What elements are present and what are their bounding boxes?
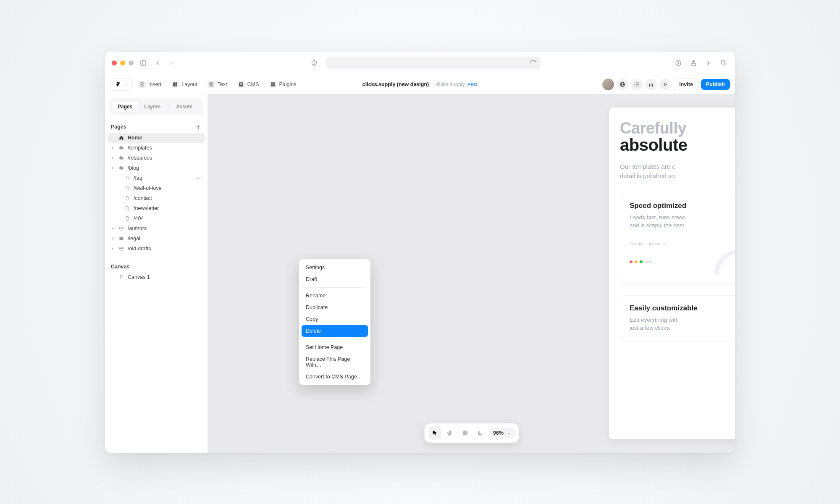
menu-item[interactable]: Duplicate — [302, 302, 368, 313]
browser-titlebar — [105, 52, 735, 75]
dark-mode-toggle-icon[interactable] — [474, 427, 486, 439]
layout-tool[interactable]: Layout — [168, 79, 201, 90]
cms-tool[interactable]: CMS — [234, 79, 263, 90]
page-row[interactable]: ▸/authors — [108, 223, 205, 234]
page-label: Home — [128, 135, 142, 141]
page-icon — [124, 175, 130, 181]
text-label: Text — [218, 81, 227, 87]
menu-item[interactable]: Replace This Page With… — [302, 353, 368, 371]
invite-button[interactable]: Invite — [674, 79, 698, 90]
page-label: /legal — [128, 236, 140, 242]
svg-rect-10 — [176, 82, 177, 84]
new-tab-icon[interactable] — [704, 58, 713, 68]
menu-item[interactable]: Convert to CMS Page… — [302, 371, 368, 383]
framer-logo-icon — [114, 81, 122, 88]
tab-pages[interactable]: Pages — [113, 102, 137, 112]
zoom-control[interactable]: 96% ⌄ — [489, 428, 514, 438]
tab-layers[interactable]: Layers — [139, 102, 165, 112]
app-menu[interactable]: ⌄ — [110, 78, 132, 91]
menu-item[interactable]: Draft — [302, 273, 368, 285]
open-folder-icon — [118, 226, 124, 231]
insert-label: Insert — [148, 81, 161, 87]
nav-back-icon[interactable] — [153, 58, 162, 68]
page-label: /resources — [128, 155, 152, 161]
canvas-row[interactable]: Canvas 1 — [108, 272, 205, 282]
svg-rect-20 — [273, 84, 275, 86]
publish-button[interactable]: Publish — [701, 79, 730, 90]
chevron-right-icon: ▸ — [111, 246, 115, 251]
open-folder-icon — [118, 246, 124, 252]
menu-item[interactable]: Settings — [302, 262, 368, 273]
chevron-right-icon: ▸ — [111, 236, 115, 241]
page-label: /authors — [128, 226, 147, 231]
comment-tool-icon[interactable] — [459, 427, 471, 439]
play-preview-icon[interactable] — [659, 79, 671, 90]
sidebar-toggle-icon[interactable] — [139, 58, 148, 68]
page-icon — [124, 215, 130, 221]
page-row[interactable]: /404 — [108, 213, 205, 223]
globe-icon[interactable] — [617, 79, 628, 90]
feature-card-customizable: Easily customizable Edit everything with… — [620, 295, 735, 341]
svg-rect-15 — [240, 83, 242, 84]
chevron-right-icon: ▸ — [111, 145, 115, 150]
page-label: /templates — [128, 145, 152, 151]
menu-item[interactable]: Set Home Page — [302, 341, 368, 353]
downloads-icon[interactable] — [674, 58, 683, 68]
chevron-down-icon: ⌄ — [124, 82, 128, 87]
canvas-tree: Canvas 1 — [105, 272, 207, 286]
close-window-icon[interactable] — [112, 60, 117, 66]
maximize-window-icon[interactable] — [129, 60, 134, 66]
page-row[interactable]: /faq⋯ — [108, 173, 205, 183]
nav-forward-icon[interactable] — [167, 58, 176, 68]
text-tool[interactable]: T Text — [204, 79, 231, 90]
folder-icon — [118, 236, 124, 242]
settings-gear-icon[interactable] — [631, 79, 643, 90]
add-page-icon[interactable] — [195, 123, 202, 130]
reload-icon[interactable] — [530, 60, 536, 66]
page-icon — [118, 274, 124, 280]
sidebar-tabs: Pages Layers Assets — [109, 98, 203, 115]
page-row[interactable]: ▸/templates — [108, 143, 205, 153]
cursor-tool-icon[interactable] — [428, 427, 441, 439]
analytics-icon[interactable] — [645, 79, 657, 90]
plugins-label: Plugins — [279, 81, 297, 87]
menu-item[interactable]: Delete — [302, 325, 368, 337]
tab-assets[interactable]: Assets — [171, 102, 197, 112]
page-row[interactable]: Home — [108, 133, 205, 143]
page-row[interactable]: ▸/blog — [108, 163, 205, 173]
pages-section-header: Pages — [105, 119, 207, 133]
privacy-shield-icon[interactable] — [310, 58, 319, 68]
text-icon: T — [207, 81, 215, 88]
share-icon[interactable] — [689, 58, 698, 68]
page-row[interactable]: ▸/resources — [108, 153, 205, 163]
menu-item[interactable]: Rename — [302, 290, 368, 302]
page-row[interactable]: /wall-of-love — [108, 183, 205, 193]
sidebar: Pages Layers Assets Pages Home▸/template… — [105, 94, 208, 453]
folder-icon — [118, 145, 124, 151]
canvas-area[interactable]: Carefully absolute Our templates are c d… — [208, 94, 735, 453]
plugins-tool[interactable]: Plugins — [265, 79, 300, 90]
page-label: /contact — [134, 195, 152, 201]
page-row[interactable]: ▸/old-drafts — [108, 244, 205, 254]
feature-card-body: Edit everything with just a few clicks. — [630, 316, 735, 332]
page-row[interactable]: /newsletter — [108, 203, 205, 213]
canvas-floating-toolbar: 96% ⌄ — [424, 423, 519, 443]
insert-tool[interactable]: Insert — [134, 79, 165, 90]
feature-card-title: Speed optimized — [630, 202, 735, 210]
hero-heading-dark: absolute — [620, 136, 735, 155]
menu-item[interactable]: Copy — [302, 313, 368, 325]
hand-tool-icon[interactable] — [444, 427, 456, 439]
chevron-right-icon: ▸ — [111, 165, 115, 171]
more-options-icon[interactable]: ⋯ — [197, 175, 202, 181]
app-window: ⌄ Insert Layout T Text CMS Plugins — [105, 52, 735, 453]
minimize-window-icon[interactable] — [120, 60, 125, 66]
project-title[interactable]: clicks.supply (new design) · clicks.supp… — [362, 81, 478, 87]
tabs-overview-icon[interactable] — [719, 58, 728, 68]
page-label: /faq — [134, 175, 142, 181]
page-row[interactable]: ▸/legal — [108, 234, 205, 244]
address-bar[interactable] — [326, 57, 541, 69]
avatar[interactable] — [602, 79, 614, 90]
page-label: /wall-of-love — [134, 185, 162, 191]
page-row[interactable]: /contact — [108, 193, 205, 203]
svg-rect-9 — [173, 82, 175, 86]
